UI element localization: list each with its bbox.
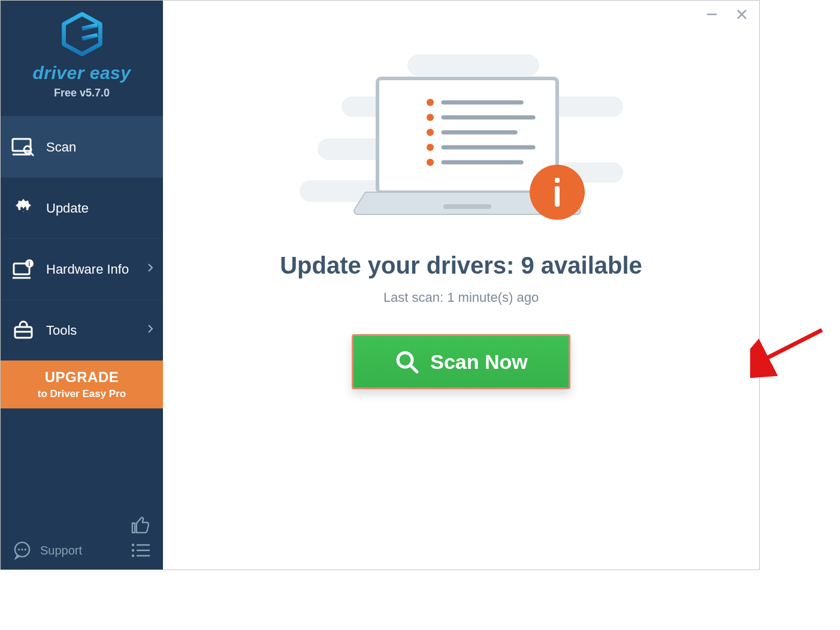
svg-point-33 [427, 129, 434, 136]
close-button[interactable] [735, 8, 748, 25]
upgrade-button[interactable]: UPGRADE to Driver Easy Pro [1, 361, 163, 408]
main-content: Update your drivers: 9 available Last sc… [163, 1, 759, 570]
svg-text:i: i [29, 261, 31, 267]
sidebar-item-label: Tools [46, 323, 77, 338]
svg-line-42 [761, 330, 822, 361]
window-controls [705, 8, 748, 25]
thumbs-up-icon[interactable] [131, 516, 151, 536]
svg-point-32 [427, 114, 434, 121]
svg-point-35 [427, 159, 434, 166]
search-icon [394, 349, 419, 374]
upgrade-line2: to Driver Easy Pro [1, 388, 163, 400]
svg-point-15 [25, 549, 26, 550]
sidebar-item-scan[interactable]: Scan [1, 116, 163, 177]
sidebar-item-label: Update [46, 201, 89, 216]
scan-now-label: Scan Now [430, 350, 527, 374]
sidebar-item-label: Scan [46, 140, 76, 155]
hero: Update your drivers: 9 available Last sc… [163, 43, 759, 389]
hardware-info-icon: i [11, 258, 35, 281]
sidebar-item-hardware-info[interactable]: i Hardware Info [1, 238, 163, 299]
tools-icon [11, 319, 35, 343]
laptop-illustration [294, 43, 629, 228]
list-icon[interactable] [131, 542, 151, 559]
sidebar-item-label: Hardware Info [46, 262, 129, 277]
brand-name: driver easy [1, 63, 163, 83]
svg-rect-1 [13, 139, 31, 151]
app-logo-icon [59, 11, 105, 57]
sidebar-bottom: Support [1, 510, 163, 570]
svg-rect-25 [377, 78, 557, 192]
svg-point-14 [21, 549, 23, 550]
svg-point-13 [18, 549, 20, 550]
chat-icon[interactable] [13, 541, 32, 560]
svg-rect-38 [555, 178, 560, 183]
sidebar-item-update[interactable]: Update [1, 177, 163, 238]
brand-version: Free v5.7.0 [1, 87, 163, 99]
sidebar-nav: Scan Update i Hardware Info [1, 116, 163, 361]
brand-block: driver easy Free v5.7.0 [1, 1, 163, 110]
svg-rect-39 [555, 186, 560, 207]
svg-point-31 [427, 99, 434, 106]
scan-now-button[interactable]: Scan Now [352, 334, 570, 389]
last-scan-text: Last scan: 1 minute(s) ago [383, 290, 539, 305]
svg-point-18 [132, 549, 134, 552]
chevron-right-icon [147, 263, 153, 275]
gear-icon [11, 196, 35, 220]
headline: Update your drivers: 9 available [280, 252, 642, 279]
annotation-arrow-icon [750, 324, 828, 378]
app-window: driver easy Free v5.7.0 Scan [0, 0, 760, 570]
svg-line-41 [410, 365, 417, 372]
svg-rect-36 [443, 204, 491, 209]
sidebar-item-tools[interactable]: Tools [1, 299, 163, 361]
upgrade-line1: UPGRADE [1, 369, 163, 386]
minimize-button[interactable] [705, 8, 718, 25]
svg-point-20 [132, 555, 134, 557]
chevron-right-icon [147, 324, 153, 337]
svg-point-16 [132, 544, 134, 546]
sidebar: driver easy Free v5.7.0 Scan [1, 1, 163, 570]
monitor-search-icon [11, 135, 35, 159]
svg-point-34 [427, 144, 434, 151]
support-link[interactable]: Support [40, 544, 131, 558]
